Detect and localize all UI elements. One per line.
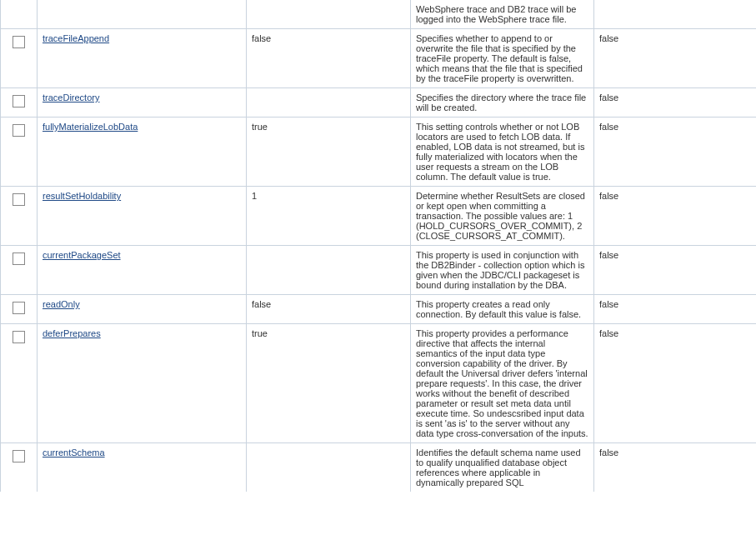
required-cell: false — [594, 88, 757, 118]
property-link[interactable]: fullyMaterializeLobData — [43, 122, 138, 132]
select-cell — [1, 88, 38, 118]
select-cell — [1, 324, 38, 443]
property-link[interactable]: resultSetHoldability — [43, 191, 121, 201]
properties-table: WebSphere trace and DB2 trace will be lo… — [0, 0, 756, 492]
description-cell: Specifies whether to append to or overwr… — [411, 29, 594, 88]
value-cell: true — [247, 324, 411, 443]
row-checkbox[interactable] — [13, 95, 25, 108]
property-link[interactable]: currentSchema — [43, 448, 105, 458]
property-link[interactable]: traceDirectory — [43, 92, 99, 102]
value-cell — [247, 88, 411, 118]
table-row: currentSchemaIdentifies the default sche… — [1, 443, 757, 492]
name-cell: resultSetHoldability — [38, 187, 247, 246]
select-cell — [1, 187, 38, 246]
required-cell: false — [594, 29, 757, 88]
value-cell: false — [247, 29, 411, 88]
table-row: traceDirectorySpecifies the directory wh… — [1, 88, 757, 118]
description-cell: Identifies the default schema name used … — [411, 443, 594, 492]
name-cell — [38, 0, 247, 29]
name-cell: currentSchema — [38, 443, 247, 492]
select-cell — [1, 246, 38, 295]
value-cell: false — [247, 295, 411, 324]
table-row: WebSphere trace and DB2 trace will be lo… — [1, 0, 757, 29]
table-row: resultSetHoldability1Determine whether R… — [1, 187, 757, 246]
description-cell: Determine whether ResultSets are closed … — [411, 187, 594, 246]
description-cell: This property creates a read only connec… — [411, 295, 594, 324]
row-checkbox[interactable] — [13, 36, 25, 48]
required-cell: false — [594, 443, 757, 492]
property-link[interactable]: traceFileAppend — [43, 33, 109, 43]
row-checkbox[interactable] — [13, 450, 25, 462]
table-row: fullyMaterializeLobDatatrueThis setting … — [1, 118, 757, 187]
select-cell — [1, 295, 38, 324]
row-checkbox[interactable] — [13, 193, 25, 206]
value-cell — [247, 443, 411, 492]
table-row: readOnlyfalseThis property creates a rea… — [1, 295, 757, 324]
description-cell: Specifies the directory where the trace … — [411, 88, 594, 118]
description-cell: This property provides a performance dir… — [411, 324, 594, 443]
property-link[interactable]: readOnly — [43, 299, 80, 309]
table-row: currentPackageSetThis property is used i… — [1, 246, 757, 295]
required-cell: false — [594, 118, 757, 187]
select-cell — [1, 29, 38, 88]
name-cell: traceFileAppend — [38, 29, 247, 88]
name-cell: currentPackageSet — [38, 246, 247, 295]
row-checkbox[interactable] — [13, 124, 25, 137]
row-checkbox[interactable] — [13, 331, 25, 343]
value-cell — [247, 246, 411, 295]
select-cell — [1, 0, 38, 29]
description-cell: This property is used in conjunction wit… — [411, 246, 594, 295]
name-cell: deferPrepares — [38, 324, 247, 443]
required-cell: false — [594, 324, 757, 443]
name-cell: readOnly — [38, 295, 247, 324]
value-cell: 1 — [247, 187, 411, 246]
required-cell: false — [594, 295, 757, 324]
select-cell — [1, 443, 38, 492]
name-cell: fullyMaterializeLobData — [38, 118, 247, 187]
name-cell: traceDirectory — [38, 88, 247, 118]
required-cell — [594, 0, 757, 29]
property-link[interactable]: deferPrepares — [43, 328, 101, 338]
value-cell: true — [247, 118, 411, 187]
required-cell: false — [594, 246, 757, 295]
table-row: traceFileAppendfalseSpecifies whether to… — [1, 29, 757, 88]
description-cell: WebSphere trace and DB2 trace will be lo… — [411, 0, 594, 29]
table-row: deferPreparestrueThis property provides … — [1, 324, 757, 443]
select-cell — [1, 118, 38, 187]
description-cell: This setting controls whether or not LOB… — [411, 118, 594, 187]
row-checkbox[interactable] — [13, 252, 25, 265]
required-cell: false — [594, 187, 757, 246]
property-link[interactable]: currentPackageSet — [43, 250, 121, 260]
value-cell — [247, 0, 411, 29]
row-checkbox[interactable] — [13, 302, 25, 314]
